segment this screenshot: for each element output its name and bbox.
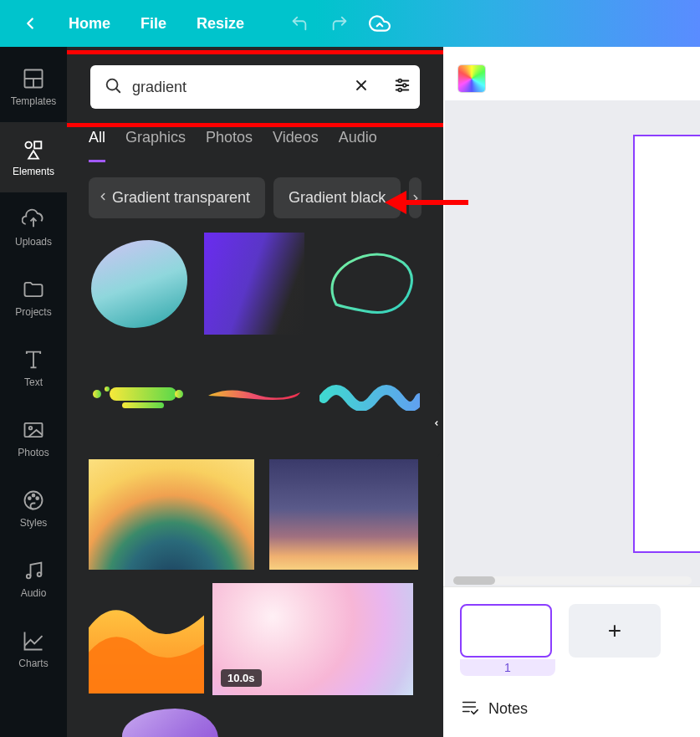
rail-label-photos: Photos: [18, 447, 49, 458]
canvas-document[interactable]: [633, 135, 700, 553]
rail-label-elements: Elements: [13, 166, 54, 177]
element-gradient-outline-ring[interactable]: [319, 246, 420, 321]
search-input[interactable]: [130, 78, 345, 97]
undo-button[interactable]: [279, 0, 319, 47]
tab-graphics[interactable]: Graphics: [125, 129, 186, 162]
back-button[interactable]: [7, 14, 54, 33]
svg-point-26: [398, 89, 401, 92]
svg-point-31: [175, 390, 183, 398]
svg-rect-9: [25, 423, 43, 437]
menu-file[interactable]: File: [125, 15, 181, 33]
notes-icon: [460, 698, 478, 720]
element-gradient-photo-sunset[interactable]: [89, 459, 254, 570]
svg-rect-29: [110, 387, 176, 401]
clear-search-button[interactable]: [353, 77, 370, 97]
rail-label-charts: Charts: [18, 658, 48, 669]
svg-point-28: [105, 386, 110, 392]
svg-point-15: [27, 575, 31, 579]
svg-point-16: [38, 572, 42, 576]
video-duration-badge: 10.0s: [221, 669, 262, 687]
rail-templates[interactable]: Templates: [0, 52, 67, 122]
tab-audio[interactable]: Audio: [339, 129, 377, 162]
rail-label-styles: Styles: [20, 517, 48, 529]
rail-label-templates: Templates: [11, 95, 57, 107]
svg-point-24: [403, 84, 406, 87]
notes-label: Notes: [488, 700, 528, 718]
tab-photos[interactable]: Photos: [206, 129, 253, 162]
panel-collapse-handle[interactable]: [429, 390, 443, 457]
svg-point-14: [36, 497, 38, 499]
svg-point-12: [28, 497, 31, 499]
rail-styles[interactable]: Styles: [0, 473, 67, 544]
page-thumbnail-1[interactable]: [460, 604, 552, 658]
element-gradient-brush-stroke[interactable]: [204, 369, 304, 419]
chip-label: Gradient transparent: [112, 189, 250, 207]
canvas-viewport[interactable]: [445, 100, 700, 586]
rail-label-uploads: Uploads: [15, 236, 52, 248]
chip-gradient-black[interactable]: Gradient black: [273, 177, 401, 218]
svg-point-10: [29, 427, 33, 430]
add-page-button[interactable]: +: [569, 604, 661, 658]
plus-icon: +: [608, 617, 621, 644]
chip-label: Gradient black: [289, 189, 386, 207]
search-icon: [104, 76, 122, 98]
rail-label-audio: Audio: [21, 587, 47, 599]
color-picker-swatch[interactable]: [458, 65, 485, 92]
rail-charts[interactable]: Charts: [0, 614, 67, 684]
svg-point-27: [93, 390, 101, 398]
cloud-sync-icon[interactable]: [360, 0, 400, 47]
search-field[interactable]: [90, 65, 420, 109]
horizontal-scrollbar[interactable]: [453, 576, 692, 585]
svg-point-22: [398, 79, 401, 83]
rail-photos[interactable]: Photos: [0, 403, 67, 473]
element-gradient-wave-shape[interactable]: [89, 586, 204, 695]
svg-point-17: [107, 79, 118, 90]
tab-videos[interactable]: Videos: [273, 129, 319, 162]
element-gradient-photo-dusk[interactable]: [269, 459, 418, 570]
element-gradient-video[interactable]: 10.0s: [212, 583, 413, 695]
rail-label-projects: Projects: [15, 306, 51, 318]
rail-audio[interactable]: Audio: [0, 544, 67, 614]
svg-rect-30: [122, 402, 164, 408]
element-gradient-purple-blob[interactable]: [89, 709, 218, 737]
rail-text[interactable]: Text: [0, 333, 67, 403]
rail-elements[interactable]: Elements: [0, 122, 67, 192]
rail-projects[interactable]: Projects: [0, 263, 67, 333]
svg-line-18: [116, 89, 120, 92]
menu-resize[interactable]: Resize: [181, 15, 259, 33]
page-number-label: 1: [460, 659, 555, 676]
rail-label-text: Text: [24, 376, 43, 388]
element-gradient-splat[interactable]: [89, 369, 189, 419]
svg-point-3: [25, 142, 31, 148]
chevron-left-icon: [97, 189, 109, 207]
chip-overflow[interactable]: [409, 177, 422, 218]
element-gradient-blob[interactable]: [89, 233, 189, 334]
svg-rect-4: [34, 141, 41, 148]
element-gradient-square-fade[interactable]: [204, 233, 304, 334]
chip-gradient-transparent[interactable]: Gradient transparent: [89, 177, 265, 218]
rail-uploads[interactable]: Uploads: [0, 192, 67, 263]
tab-all[interactable]: All: [89, 129, 105, 162]
notes-button[interactable]: Notes: [460, 698, 688, 720]
element-gradient-wave[interactable]: [319, 369, 420, 419]
svg-marker-5: [28, 151, 38, 158]
redo-button[interactable]: [319, 0, 360, 47]
svg-point-13: [33, 494, 35, 497]
menu-home[interactable]: Home: [54, 15, 125, 33]
search-filters-button[interactable]: [393, 76, 411, 98]
